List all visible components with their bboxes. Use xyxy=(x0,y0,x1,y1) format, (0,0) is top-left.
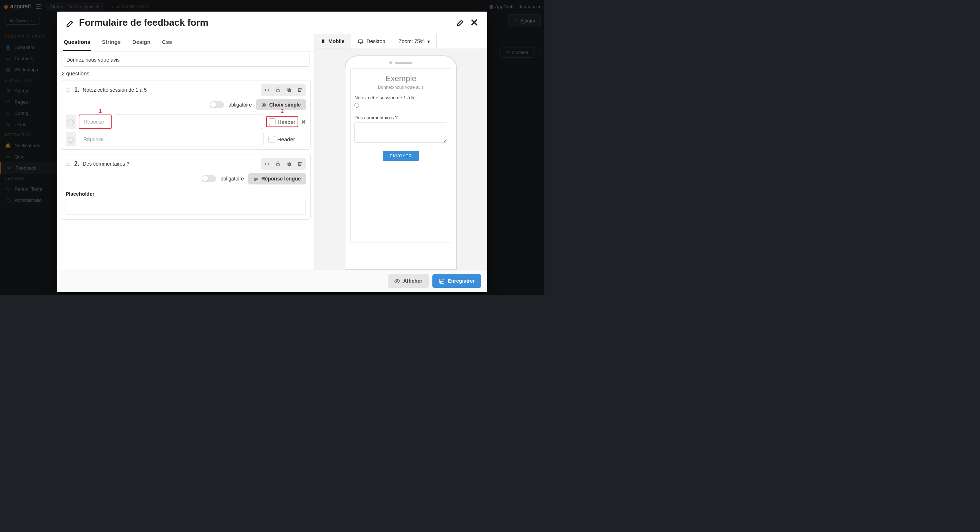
preview-submit-button[interactable]: ENVOYER xyxy=(383,151,419,161)
close-button[interactable]: ✕ xyxy=(470,17,479,29)
question-type-selector[interactable]: Réponse longue xyxy=(248,173,306,184)
placeholder-input[interactable] xyxy=(65,199,306,215)
answer-radio-preview[interactable]: ◯ xyxy=(65,132,76,146)
answer-input[interactable] xyxy=(79,132,264,146)
answer-radio-preview[interactable]: ◯ xyxy=(65,114,76,129)
desktop-icon xyxy=(358,38,364,44)
tab-css[interactable]: Css xyxy=(161,34,173,51)
form-editor-modal: Formulaire de feedback form ✕ Questions … xyxy=(57,11,487,292)
answer-row: ◯ Header xyxy=(61,132,310,149)
question-card-2: ☰ 2. Des commentaires ? ⋰ xyxy=(61,154,310,219)
edit-mode-button[interactable] xyxy=(456,17,465,29)
modal-title: Formulaire de feedback form xyxy=(79,17,208,28)
header-checkbox-wrap: Header xyxy=(266,135,297,144)
required-toggle[interactable] xyxy=(210,101,224,108)
edit-icon xyxy=(66,17,75,28)
answer-input[interactable] xyxy=(79,114,111,129)
svg-rect-11 xyxy=(322,40,325,43)
code-button[interactable] xyxy=(262,159,272,168)
svg-point-15 xyxy=(396,281,398,282)
copy-button[interactable] xyxy=(284,85,294,95)
annotation-1: 1 xyxy=(99,108,102,114)
required-label: obligatoire xyxy=(228,102,252,108)
form-description[interactable]: Donnez-nous votre avis xyxy=(62,53,310,67)
question-title[interactable]: Notez cette session de 1 à 5 xyxy=(83,87,147,93)
phone-preview: Exemple Donnez-nous votre avis Notez cet… xyxy=(345,56,457,269)
phone-camera-icon xyxy=(389,61,392,64)
preview-tab-desktop[interactable]: Desktop xyxy=(351,34,392,49)
svg-point-4 xyxy=(263,104,265,106)
resize-handle-icon[interactable]: ⋰ xyxy=(251,91,255,96)
header-label: Header xyxy=(277,136,295,143)
header-checkbox[interactable] xyxy=(269,136,275,143)
header-checkbox[interactable] xyxy=(269,119,275,125)
tab-strings[interactable]: Strings xyxy=(101,34,121,51)
preview-subtitle: Donnez-nous votre avis xyxy=(355,85,447,90)
preview-zoom-dropdown[interactable]: Zoom: 75% ▾ xyxy=(392,34,437,49)
unlock-button[interactable] xyxy=(273,85,283,95)
placeholder-label: Placeholder xyxy=(65,191,306,197)
question-number: 2. xyxy=(74,160,79,167)
header-checkbox-wrap: Header xyxy=(266,116,298,127)
required-toggle[interactable] xyxy=(202,175,216,182)
save-label: Enregistrer xyxy=(448,278,475,284)
svg-rect-5 xyxy=(277,164,280,166)
svg-rect-0 xyxy=(277,89,280,92)
show-label: Afficher xyxy=(403,278,422,284)
annotation-2: 2 xyxy=(281,108,284,114)
question-card-1: ☰ 1. Notez cette session de 1 à 5 ⋰ xyxy=(61,80,310,150)
remove-answer-button[interactable]: ✖ xyxy=(301,119,306,125)
eye-icon xyxy=(394,278,400,284)
preview-tab-mobile[interactable]: Mobile xyxy=(315,34,351,49)
resize-handle-icon[interactable]: ⋰ xyxy=(251,165,255,170)
copy-button[interactable] xyxy=(284,159,294,168)
delete-button[interactable] xyxy=(295,85,305,95)
paragraph-icon xyxy=(253,176,258,181)
header-label: Header xyxy=(278,119,295,125)
drag-handle-icon[interactable]: ☰ xyxy=(65,87,71,94)
mobile-icon xyxy=(321,38,325,44)
radio-icon xyxy=(261,102,266,108)
tab-questions[interactable]: Questions xyxy=(63,34,91,51)
answer-input-extended[interactable] xyxy=(115,114,263,129)
phone-speaker-icon xyxy=(395,62,412,64)
chevron-down-icon: ▾ xyxy=(427,38,430,44)
show-button[interactable]: Afficher xyxy=(388,274,429,288)
required-label: obligatoire xyxy=(220,176,244,181)
svg-rect-12 xyxy=(359,40,363,43)
question-title[interactable]: Des commentaires ? xyxy=(83,161,129,167)
preview-q2: Des commentaires ? xyxy=(355,115,447,120)
questions-count: 2 questions xyxy=(62,70,310,76)
preview-radio[interactable] xyxy=(355,103,359,108)
question-number: 1. xyxy=(74,87,79,93)
code-button[interactable] xyxy=(262,85,272,95)
tab-design[interactable]: Design xyxy=(132,34,151,51)
delete-button[interactable] xyxy=(295,159,305,168)
drag-handle-icon[interactable]: ☰ xyxy=(65,160,71,167)
save-button[interactable]: Enregistrer xyxy=(433,274,481,288)
preview-q1: Notez cette session de 1 à 5 xyxy=(355,95,447,100)
preview-title: Exemple xyxy=(355,74,447,83)
preview-textarea[interactable] xyxy=(355,122,447,143)
answer-row: ◯ Header ✖ xyxy=(61,114,310,132)
unlock-button[interactable] xyxy=(273,159,283,168)
save-icon xyxy=(439,278,445,284)
